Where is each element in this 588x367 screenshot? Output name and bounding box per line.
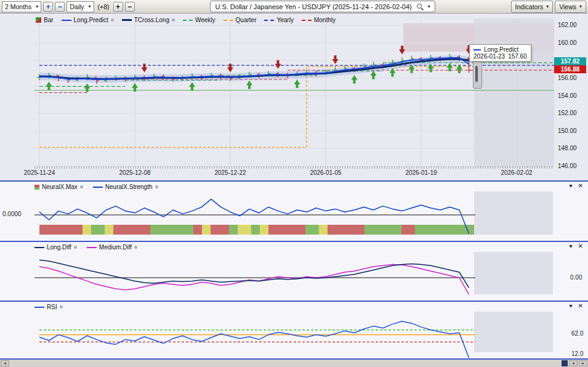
search-icon[interactable]: [416, 3, 424, 10]
panel-controls: ▾ ✕: [570, 182, 583, 189]
neuralx-max-band: [39, 225, 83, 235]
legend-item-medium-diff[interactable]: Medium.Diff: [87, 244, 137, 251]
dashed-line-icon: [302, 20, 312, 21]
panel-splitter[interactable]: [0, 300, 588, 302]
neuralx-zero-label: 0.0000: [2, 211, 22, 217]
x-tick-label: 2026-01-19: [399, 169, 443, 176]
period-select[interactable]: Daily ▾: [66, 1, 94, 12]
indicators-button[interactable]: Indicators ▾: [511, 1, 554, 13]
legend-item-neuralx-max[interactable]: NeuralX.Max: [34, 184, 83, 190]
scroll-right-step-button[interactable]: ▸: [579, 360, 587, 366]
date-axis[interactable]: 2025-11-242025-12-082025-12-222026-01-05…: [34, 169, 554, 177]
options-dot-icon[interactable]: [155, 185, 158, 188]
main-price-panel: Bar Long.Predict TCross.Long Weekly Quar…: [0, 14, 588, 180]
scroll-left-button[interactable]: ◂: [1, 360, 9, 366]
scrollbar-track[interactable]: [10, 360, 560, 366]
up-arrow-signal: [294, 79, 300, 88]
line-series-icon: [473, 49, 481, 50]
neuralx-max-band: [401, 225, 415, 235]
future-divider-handle[interactable]: [473, 60, 482, 89]
neuralx-max-band: [268, 225, 305, 235]
dashed-line-icon: [224, 20, 233, 21]
neuralx-max-band: [328, 225, 364, 235]
scrollbar-thumb[interactable]: [562, 360, 568, 366]
neuralx-max-band: [105, 225, 113, 235]
rsi-panel: RSI 62.0 12.0 ▾ ✕: [0, 302, 588, 358]
price-badge: 157.82: [554, 57, 586, 65]
neuralx-max-band: [211, 225, 229, 235]
legend-item-weekly[interactable]: Weekly: [183, 17, 215, 23]
date-range-select[interactable]: 2 Months ▾: [2, 1, 41, 12]
panel-splitter[interactable]: [0, 180, 588, 182]
trading-app-window: 2 Months ▾ + − Daily ▾ (+8) + − U.S. Dol…: [0, 0, 588, 367]
range-zoom-out-button[interactable]: −: [55, 2, 65, 12]
caret-down-icon: ▾: [36, 4, 38, 9]
neuralx-legend: NeuralX.Max NeuralX.Strength: [34, 184, 158, 190]
up-arrow-signal: [84, 83, 91, 92]
down-arrow-signal: [399, 46, 405, 54]
neuralx-max-band: [415, 225, 433, 235]
line-series-icon: [87, 247, 97, 248]
scroll-left-step-button[interactable]: ◂: [569, 360, 578, 366]
up-arrow-signal: [246, 80, 252, 89]
remove-bars-button[interactable]: −: [125, 2, 135, 12]
diff-chart-canvas[interactable]: [34, 242, 554, 300]
legend-item-yearly[interactable]: Yearly: [264, 17, 293, 23]
close-panel-icon[interactable]: ✕: [578, 243, 583, 249]
legend-item-rsi[interactable]: RSI: [34, 304, 63, 310]
legend-item-neuralx-strength[interactable]: NeuralX.Strength: [93, 184, 158, 190]
collapse-panel-icon[interactable]: ▾: [570, 302, 573, 309]
legend-item-quarter[interactable]: Quarter: [224, 17, 257, 23]
neuralx-max-icon: [34, 185, 39, 190]
neuralx-max-band: [305, 225, 319, 235]
legend-item-long-diff[interactable]: Long.Diff: [34, 244, 77, 251]
down-arrow-signal: [142, 64, 148, 73]
legend-item-long-predict[interactable]: Long.Predict: [62, 17, 114, 23]
options-dot-icon[interactable]: [172, 18, 175, 22]
y-tick-label: 150.00: [558, 127, 577, 134]
date-range-value: 2 Months: [5, 3, 31, 10]
legend-item-bar[interactable]: Bar: [36, 17, 54, 23]
options-dot-icon[interactable]: [74, 246, 77, 249]
close-panel-icon[interactable]: ✕: [578, 302, 583, 309]
rsi-legend: RSI: [34, 304, 63, 310]
up-arrow-signal: [189, 82, 195, 91]
options-dot-icon[interactable]: [111, 18, 114, 22]
bar-series-icon: [36, 17, 41, 23]
close-panel-icon[interactable]: ✕: [578, 182, 583, 189]
legend-item-tcross-long[interactable]: TCross.Long: [122, 17, 175, 23]
neuralx-max-band: [83, 225, 91, 235]
collapse-panel-icon[interactable]: ▾: [570, 243, 573, 249]
collapse-panel-icon[interactable]: ▾: [570, 182, 573, 189]
up-arrow-signal: [456, 65, 462, 73]
options-dot-icon[interactable]: [80, 185, 83, 188]
main-chart-legend: Bar Long.Predict TCross.Long Weekly Quar…: [36, 17, 336, 23]
rsi-tick-62: 62.0: [571, 330, 583, 337]
line-series-icon: [62, 20, 71, 21]
add-bars-button[interactable]: +: [113, 2, 123, 12]
tooltip-date: 2026-01-23: [473, 53, 505, 60]
range-zoom-in-button[interactable]: +: [43, 2, 53, 12]
caret-down-icon: ▾: [546, 4, 549, 9]
symbol-title-box[interactable]: U.S. Dollar / Japanese Yen - USD/JPY (20…: [210, 1, 435, 12]
options-dot-icon[interactable]: [134, 246, 137, 249]
neuralx-max-band: [364, 225, 401, 235]
panel-splitter[interactable]: [0, 241, 588, 242]
neuralx-max-band: [150, 225, 193, 235]
legend-item-monthly[interactable]: Monthly: [302, 17, 336, 23]
options-dot-icon[interactable]: [60, 305, 63, 309]
date-axis-ticks: [34, 166, 554, 169]
x-tick-label: 2026-02-02: [494, 169, 539, 176]
y-tick-label: 146.00: [558, 163, 577, 169]
neuralx-max-band: [433, 225, 474, 235]
x-tick-label: 2026-01-05: [304, 169, 348, 176]
horizontal-scrollbar[interactable]: ◂ ◂ ▸: [0, 358, 588, 367]
main-chart-canvas[interactable]: [34, 14, 554, 167]
price-axis[interactable]: 162.00160.00158.00156.00154.00152.00150.…: [554, 14, 588, 169]
neuralx-chart-canvas[interactable]: [34, 182, 554, 241]
rsi-chart-canvas[interactable]: [34, 302, 554, 358]
prediction-tooltip: Long.Predict 2026-01-23157.60: [469, 44, 531, 62]
caret-down-icon[interactable]: ▾: [428, 4, 430, 9]
views-button[interactable]: Views ▾: [555, 1, 586, 13]
neuralx-max-band: [238, 225, 251, 235]
